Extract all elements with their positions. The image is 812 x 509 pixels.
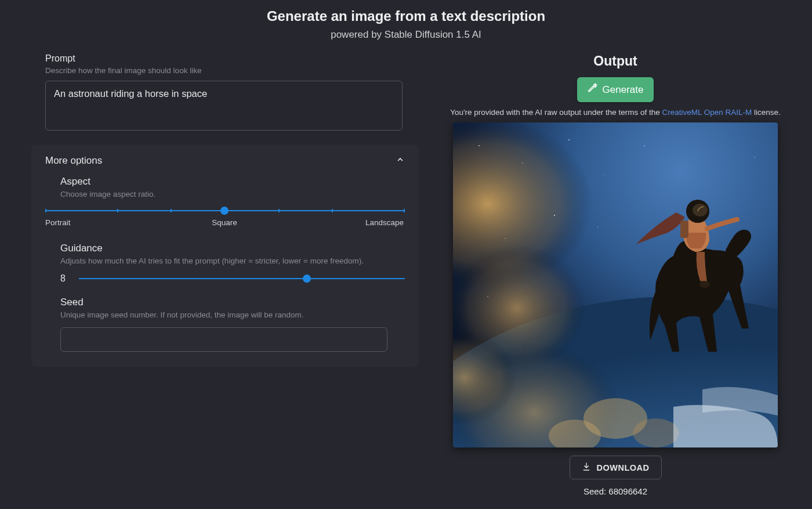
aspect-option-portrait: Portrait: [45, 218, 71, 227]
svg-point-22: [699, 281, 710, 288]
guidance-section: Guidance Adjusts how much the AI tries t…: [45, 243, 405, 284]
download-icon: [582, 462, 591, 473]
seed-description: Unique image seed number. If not provide…: [60, 311, 405, 319]
svg-point-9: [478, 145, 480, 146]
svg-point-14: [505, 238, 505, 239]
more-options-title: More options: [45, 155, 102, 167]
svg-point-10: [522, 163, 523, 163]
more-options-toggle[interactable]: More options: [45, 155, 405, 167]
svg-point-13: [644, 145, 645, 146]
generate-button-label: Generate: [603, 84, 644, 96]
seed-value: 68096642: [608, 486, 647, 496]
license-text: You're provided with the AI raw output u…: [450, 108, 781, 117]
aspect-description: Choose image aspect ratio.: [60, 190, 405, 198]
aspect-thumb[interactable]: [220, 207, 229, 215]
output-panel: Output Generate You're provided with the…: [442, 53, 789, 496]
svg-point-21: [693, 204, 708, 216]
guidance-value: 8: [60, 273, 70, 284]
download-button[interactable]: DOWNLOAD: [570, 456, 662, 479]
svg-point-15: [554, 215, 555, 216]
aspect-option-landscape: Landscape: [365, 218, 404, 227]
prompt-description: Describe how the final image should look…: [45, 66, 419, 75]
output-title: Output: [593, 53, 637, 69]
wand-icon: [588, 83, 598, 96]
seed-input[interactable]: [60, 327, 387, 352]
page-header: Generate an image from a text descriptio…: [23, 8, 789, 41]
page-subtitle: powered by Stable Diffusion 1.5 AI: [23, 29, 789, 41]
svg-rect-19: [680, 221, 688, 238]
guidance-slider[interactable]: [79, 275, 405, 283]
svg-point-18: [754, 157, 755, 157]
input-panel: Prompt Describe how the final image shou…: [23, 53, 419, 496]
seed-label: Seed: [60, 297, 405, 308]
license-link[interactable]: CreativeML Open RAIL-M: [662, 108, 752, 117]
more-options-panel: More options Aspect Choose image aspect …: [31, 145, 419, 367]
seed-display: Seed: 68096642: [583, 486, 647, 496]
aspect-option-square: Square: [212, 218, 237, 227]
svg-point-16: [597, 226, 598, 227]
svg-point-12: [603, 174, 604, 175]
svg-point-11: [568, 139, 570, 140]
aspect-label: Aspect: [60, 176, 405, 187]
svg-point-17: [487, 296, 488, 297]
svg-point-8: [633, 418, 679, 447]
download-button-label: DOWNLOAD: [597, 463, 650, 472]
chevron-up-icon: [396, 155, 405, 167]
aspect-section: Aspect Choose image aspect ratio. P: [45, 176, 405, 230]
guidance-thumb[interactable]: [303, 275, 311, 283]
prompt-input[interactable]: [45, 81, 403, 131]
guidance-label: Guidance: [60, 243, 405, 254]
output-image: [453, 122, 778, 447]
page-title: Generate an image from a text descriptio…: [23, 8, 789, 24]
aspect-slider[interactable]: Portrait Landscape Square: [45, 207, 404, 230]
prompt-label: Prompt: [45, 53, 419, 64]
seed-section: Seed Unique image seed number. If not pr…: [45, 297, 405, 352]
generate-button[interactable]: Generate: [577, 77, 654, 102]
guidance-description: Adjusts how much the AI tries to fit the…: [60, 257, 405, 265]
